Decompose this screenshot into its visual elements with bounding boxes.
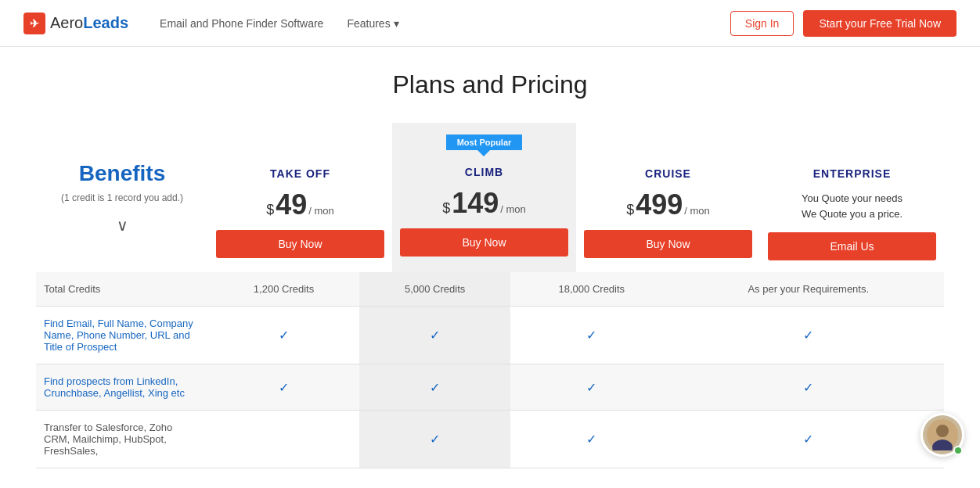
plan-card-enterprise: ENTERPRISE You Quote your needs We Quote… [760, 123, 944, 272]
buy-button-takeoff[interactable]: Buy Now [216, 230, 384, 258]
price-row-takeoff: $ 49 / mon [216, 191, 384, 219]
feature-value-credits-climb: 5,000 Credits [359, 272, 510, 307]
badge-placeholder [216, 135, 384, 160]
header-actions: Sign In Start your Free Trial Now [730, 10, 957, 37]
feature-label-find-prospects: Find prospects from LinkedIn, Crunchbase… [36, 364, 208, 411]
check-icon: ✓ [279, 381, 289, 394]
feature-value-find-email-takeoff: ✓ [208, 307, 359, 364]
feature-label-transfer: Transfer to Salesforce, Zoho CRM, Mailch… [36, 411, 208, 468]
feature-value-credits-cruise: 18,000 Credits [510, 272, 672, 307]
feature-row-credits: Total Credits 1,200 Credits 5,000 Credit… [36, 272, 944, 307]
feature-value-transfer-enterprise: ✓ [673, 411, 944, 468]
price-amount-cruise: 499 [636, 191, 683, 219]
chevron-down-icon: ▾ [394, 17, 399, 30]
feature-value-transfer-climb: ✓ [359, 411, 510, 468]
nav-product-link[interactable]: Email and Phone Finder Software [160, 17, 323, 30]
plan-card-cruise: CRUISE $ 499 / mon Buy Now [576, 123, 760, 272]
feature-label-credits: Total Credits [36, 272, 208, 307]
feature-value-prospects-takeoff: ✓ [208, 364, 359, 411]
enterprise-desc-line1: You Quote your needs [768, 191, 936, 206]
badge-placeholder-cruise [584, 135, 752, 160]
check-icon: ✓ [803, 381, 813, 394]
check-icon: ✓ [803, 328, 813, 342]
feature-value-prospects-climb: ✓ [359, 364, 510, 411]
nav-features-dropdown[interactable]: Features ▾ [347, 17, 398, 30]
signin-button[interactable]: Sign In [730, 11, 794, 36]
check-icon: ✓ [430, 328, 440, 342]
feature-row-transfer: Transfer to Salesforce, Zoho CRM, Mailch… [36, 411, 944, 468]
price-dollar-climb: $ [442, 200, 450, 217]
check-icon: ✓ [803, 432, 813, 446]
feature-value-credits-enterprise: As per your Requirements. [673, 272, 944, 307]
most-popular-badge: Most Popular [446, 135, 523, 150]
price-period-climb: / mon [500, 203, 526, 215]
logo[interactable]: ✈ AeroLeads [23, 13, 128, 34]
trial-button[interactable]: Start your Free Trial Now [803, 10, 957, 37]
price-dollar-takeoff: $ [266, 202, 274, 218]
email-button-enterprise[interactable]: Email Us [768, 232, 936, 260]
plan-name-climb: CLIMB [400, 166, 568, 178]
price-period-takeoff: / mon [308, 205, 334, 217]
main-header: ✈ AeroLeads Email and Phone Finder Softw… [0, 0, 980, 47]
feature-value-transfer-cruise: ✓ [510, 411, 672, 468]
feature-value-find-email-enterprise: ✓ [673, 307, 944, 364]
buy-button-cruise[interactable]: Buy Now [584, 230, 752, 258]
chevron-down-icon[interactable]: ∨ [117, 216, 128, 235]
pricing-wrapper: Benefits (1 credit is 1 record you add.)… [36, 123, 944, 468]
benefits-subtitle: (1 credit is 1 record you add.) [61, 192, 183, 203]
enterprise-desc: You Quote your needs We Quote you a pric… [768, 191, 936, 221]
price-period-cruise: / mon [684, 205, 710, 217]
plan-card-climb: Most Popular CLIMB $ 149 / mon Buy Now [392, 123, 576, 272]
check-icon: ✓ [586, 432, 596, 446]
check-icon: ✓ [430, 432, 440, 446]
feature-row-find-prospects: Find prospects from LinkedIn, Crunchbase… [36, 364, 944, 411]
check-icon: ✓ [586, 381, 596, 394]
feature-value-find-email-cruise: ✓ [510, 307, 672, 364]
benefits-title: Benefits [79, 161, 165, 186]
online-status-dot [953, 446, 963, 455]
feature-value-find-email-climb: ✓ [359, 307, 510, 364]
check-icon: ✓ [586, 328, 596, 342]
nav: Email and Phone Finder Software Features… [160, 17, 730, 30]
feature-label-find-email: Find Email, Full Name, Company Name, Pho… [36, 307, 208, 364]
enterprise-desc-line2: We Quote you a price. [768, 206, 936, 222]
plans-row: Benefits (1 credit is 1 record you add.)… [36, 123, 944, 272]
page-title: Plans and Pricing [36, 70, 944, 99]
plan-name-takeoff: TAKE OFF [216, 167, 384, 180]
plan-name-cruise: CRUISE [584, 167, 752, 180]
plan-name-enterprise: ENTERPRISE [768, 167, 936, 180]
feature-value-prospects-cruise: ✓ [510, 364, 672, 411]
svg-point-1 [936, 425, 949, 437]
price-dollar-cruise: $ [626, 202, 634, 218]
feature-value-credits-takeoff: 1,200 Credits [208, 272, 359, 307]
check-icon: ✓ [430, 381, 440, 394]
badge-placeholder-enterprise [768, 135, 936, 160]
price-amount-takeoff: 49 [276, 191, 307, 219]
check-icon: ✓ [279, 328, 289, 342]
nav-features-label: Features [347, 17, 390, 30]
price-amount-climb: 149 [452, 189, 499, 217]
feature-value-transfer-takeoff [208, 411, 359, 468]
features-table: Total Credits 1,200 Credits 5,000 Credit… [36, 272, 944, 468]
feature-row-find-email: Find Email, Full Name, Company Name, Pho… [36, 307, 944, 364]
price-row-climb: $ 149 / mon [400, 189, 568, 217]
benefits-card: Benefits (1 credit is 1 record you add.)… [36, 123, 208, 272]
feature-value-prospects-enterprise: ✓ [673, 364, 944, 411]
main-content: Plans and Pricing Benefits (1 credit is … [20, 47, 960, 488]
logo-text: AeroLeads [50, 14, 128, 32]
price-row-cruise: $ 499 / mon [584, 191, 752, 219]
buy-button-climb[interactable]: Buy Now [400, 228, 568, 257]
plan-card-takeoff: TAKE OFF $ 49 / mon Buy Now [208, 123, 392, 272]
logo-icon: ✈ [23, 13, 45, 34]
